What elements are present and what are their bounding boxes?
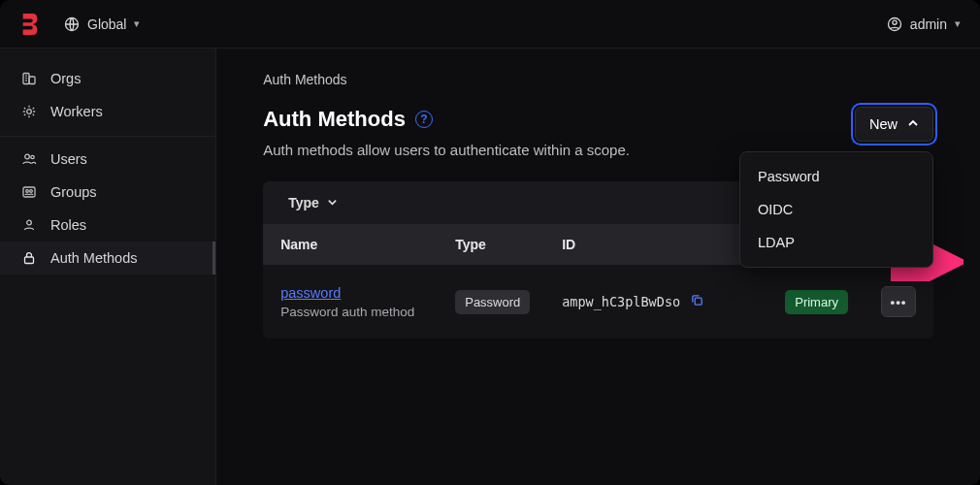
sidebar: Orgs Workers <box>0 48 216 485</box>
globe-icon <box>64 16 80 32</box>
svg-rect-12 <box>25 257 34 264</box>
new-button-wrap: New Password OIDC LDAP <box>855 107 933 142</box>
sidebar-item-auth-methods[interactable]: Auth Methods <box>0 242 215 275</box>
th-type: Type <box>455 237 562 252</box>
auth-method-subtitle: Password auth method <box>280 305 455 319</box>
new-dropdown: Password OIDC LDAP <box>739 151 933 268</box>
body: Orgs Workers <box>0 48 980 485</box>
cell-id: ampw_hC3plBwDso <box>562 293 785 310</box>
cell-name: password Password auth method <box>280 284 455 319</box>
new-button[interactable]: New <box>855 107 933 142</box>
svg-point-6 <box>25 154 30 159</box>
th-name: Name <box>280 237 455 252</box>
user-menu[interactable]: admin ▾ <box>887 16 961 32</box>
svg-rect-4 <box>29 77 35 84</box>
org-icon <box>21 71 37 86</box>
svg-point-11 <box>27 220 32 225</box>
gear-icon <box>21 104 37 119</box>
groups-icon <box>21 184 37 200</box>
svg-point-7 <box>31 155 34 158</box>
chevron-down-icon: ▾ <box>955 17 961 30</box>
product-logo <box>19 13 41 36</box>
app-window: Global ▾ admin ▾ <box>0 0 980 485</box>
sidebar-item-roles[interactable]: Roles <box>0 209 215 242</box>
chevron-down-icon <box>327 195 338 210</box>
cell-type: Password <box>455 293 562 310</box>
sidebar-item-workers[interactable]: Workers <box>0 95 215 128</box>
lock-icon <box>21 250 37 266</box>
row-actions-button[interactable]: ••• <box>881 286 916 317</box>
dropdown-item-ldap[interactable]: LDAP <box>740 226 932 259</box>
sidebar-item-label: Workers <box>50 104 103 119</box>
sidebar-item-label: Roles <box>50 217 86 233</box>
help-icon[interactable]: ? <box>415 111 433 128</box>
svg-point-10 <box>30 190 33 193</box>
dropdown-item-oidc[interactable]: OIDC <box>740 193 932 226</box>
sidebar-item-label: Orgs <box>50 71 81 86</box>
user-label: admin <box>910 16 947 32</box>
sidebar-item-users[interactable]: Users <box>0 143 215 176</box>
sidebar-item-label: Groups <box>50 184 97 200</box>
svg-point-2 <box>893 20 897 24</box>
sidebar-item-label: Auth Methods <box>50 250 137 266</box>
scope-label: Global <box>87 16 126 32</box>
chevron-up-icon <box>907 116 919 132</box>
svg-point-5 <box>27 110 32 114</box>
user-circle-icon <box>887 16 902 32</box>
breadcrumb: Auth Methods <box>263 72 933 87</box>
cell-actions: ••• <box>848 286 916 317</box>
cell-status: Primary <box>785 290 848 314</box>
new-button-label: New <box>869 116 898 132</box>
sidebar-item-groups[interactable]: Groups <box>0 176 215 209</box>
table-row: password Password auth method Password a… <box>263 265 933 339</box>
type-badge: Password <box>455 290 530 314</box>
page-title: Auth Methods ? <box>263 107 630 132</box>
svg-rect-8 <box>23 187 35 197</box>
dropdown-item-password[interactable]: Password <box>740 160 932 193</box>
auth-method-id: ampw_hC3plBwDso <box>562 294 680 309</box>
users-icon <box>21 151 37 167</box>
topbar-left: Global ▾ <box>19 13 140 36</box>
copy-icon[interactable] <box>690 293 704 310</box>
roles-icon <box>21 217 37 233</box>
primary-badge: Primary <box>785 290 848 314</box>
page-title-text: Auth Methods <box>263 107 406 132</box>
topbar: Global ▾ admin ▾ <box>0 0 980 48</box>
sidebar-group-iam: Users Groups <box>0 143 215 280</box>
page-description: Auth methods allow users to authenticate… <box>263 142 630 158</box>
sidebar-item-orgs[interactable]: Orgs <box>0 62 215 95</box>
title-wrap: Auth Methods ? Auth methods allow users … <box>263 107 630 158</box>
sidebar-item-label: Users <box>50 151 87 167</box>
sidebar-separator <box>0 136 215 137</box>
sidebar-group-scope: Orgs Workers <box>0 62 215 134</box>
svg-point-9 <box>26 190 29 193</box>
auth-method-link[interactable]: password <box>280 285 341 301</box>
page-header: Auth Methods ? Auth methods allow users … <box>263 107 933 158</box>
scope-switcher[interactable]: Global ▾ <box>64 16 140 32</box>
filter-label: Type <box>288 195 319 210</box>
main-content: Auth Methods Auth Methods ? Auth methods… <box>216 48 980 485</box>
chevron-down-icon: ▾ <box>134 17 140 30</box>
svg-rect-13 <box>695 298 702 305</box>
